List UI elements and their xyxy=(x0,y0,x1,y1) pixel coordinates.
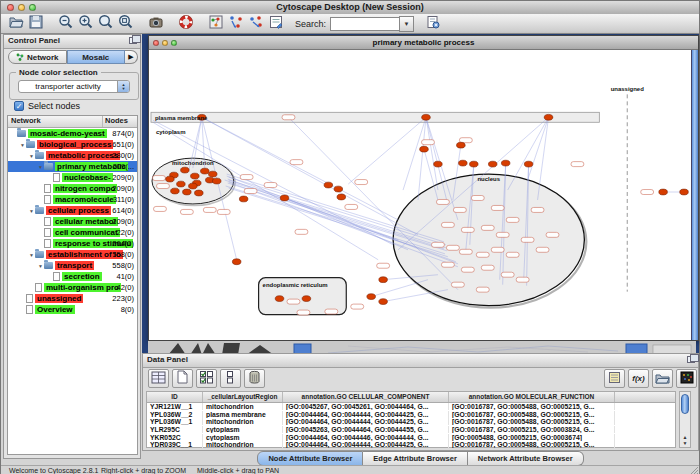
tree-row[interactable]: mosaic-demo-yeast874(0) xyxy=(8,128,137,139)
matrix-view-button[interactable] xyxy=(676,369,697,388)
tab-edge-attribute-browser[interactable]: Edge Attribute Browser xyxy=(363,451,467,466)
zoom-fit-button[interactable] xyxy=(117,15,135,32)
tree-row[interactable]: cellular metabol209(0) xyxy=(8,216,137,227)
expander-icon[interactable]: ▼ xyxy=(19,142,26,148)
table-row[interactable]: YDR039C__1mitochondrion[GO:0044464, GO:0… xyxy=(147,441,675,449)
function-builder-button[interactable]: f(x) xyxy=(628,369,649,388)
graph-node xyxy=(212,178,221,184)
tree-row[interactable]: ▼biological_process651(0) xyxy=(8,139,137,150)
select-attributes-button[interactable] xyxy=(196,369,217,388)
tree-row[interactable]: Overview8(0) xyxy=(8,304,137,315)
tree-row[interactable]: ▼establishment of lo558(0) xyxy=(8,249,137,260)
save-session-button[interactable] xyxy=(27,15,45,32)
scrollbar-arrows[interactable]: ▲▼ xyxy=(680,434,690,446)
background-window-strip[interactable] xyxy=(148,341,696,353)
column-header[interactable]: annotation.GO CELLULAR_COMPONENT xyxy=(283,392,449,402)
zoom-selected-button[interactable] xyxy=(97,15,115,32)
delete-attribute-button[interactable] xyxy=(244,369,265,388)
annotation-button[interactable] xyxy=(267,15,285,32)
molecular-function-cell: [GO:0005488, GO:0005215, GO:0003674] xyxy=(449,434,615,441)
attribute-editor-button[interactable] xyxy=(604,369,625,388)
tab-overflow-button[interactable]: ▶ xyxy=(125,50,138,64)
column-header[interactable]: annotation.GO MOLECULAR_FUNCTION xyxy=(449,392,615,402)
expander-icon[interactable]: ▼ xyxy=(28,252,35,258)
node-label xyxy=(471,195,484,200)
column-header[interactable]: _cellularLayoutRegion xyxy=(203,392,283,402)
resize-grip[interactable] xyxy=(690,467,698,474)
network-name: transport xyxy=(55,261,94,270)
network-vertical-scrollbar[interactable] xyxy=(691,50,698,340)
apply-layout-button[interactable] xyxy=(227,15,245,32)
network-graph[interactable]: plasma membranecytoplasmmitochondrionnuc… xyxy=(149,50,691,340)
expander-icon[interactable]: ▼ xyxy=(37,263,44,269)
color-attribute-dropdown[interactable]: transporter activity ▲▼ xyxy=(18,80,130,93)
attribute-table-button[interactable] xyxy=(148,369,169,388)
table-vertical-scrollbar[interactable]: ▲▼ xyxy=(679,391,691,448)
scrollbar-thumb[interactable] xyxy=(681,394,689,414)
attribute-browser-button[interactable] xyxy=(424,15,442,32)
tree-row[interactable]: secretion41(0) xyxy=(8,271,137,282)
float-panel-icon[interactable] xyxy=(687,356,695,363)
table-row[interactable]: YPL036W__1mitochondrion[GO:0044464, GO:0… xyxy=(147,418,675,426)
select-nodes-checkbox[interactable]: ✓ xyxy=(14,101,24,111)
tree-row[interactable]: unassigned223(0) xyxy=(8,293,137,304)
search-input[interactable] xyxy=(330,17,399,31)
node-count: 614(0) xyxy=(112,206,134,215)
expander-icon[interactable]: ▼ xyxy=(28,208,35,214)
tab-network-attribute-browser[interactable]: Network Attribute Browser xyxy=(468,451,584,466)
tree-column-nodes[interactable]: Nodes xyxy=(103,116,137,127)
graph-node xyxy=(201,168,210,174)
file-icon xyxy=(44,239,51,248)
tree-row[interactable]: ▼cellular process614(0) xyxy=(8,205,137,216)
float-panel-icon[interactable] xyxy=(129,37,137,44)
cellular-component-cell: [GO:0044464, GO:0044444, GO:0044425, G..… xyxy=(283,411,449,418)
network-overview-button[interactable] xyxy=(207,15,225,32)
expander-icon[interactable]: ▼ xyxy=(37,164,44,170)
tree-row[interactable]: ▼metabolic process280(0) xyxy=(8,150,137,161)
network-window-titlebar[interactable]: primary metabolic process xyxy=(149,36,698,50)
tab-mosaic[interactable]: Mosaic xyxy=(67,50,126,64)
search-dropdown-button[interactable]: ▼ xyxy=(399,16,414,32)
tree-row[interactable]: ▼primary metabolic209(... xyxy=(8,161,137,172)
tree-column-network[interactable]: Network xyxy=(8,116,103,127)
graph-node xyxy=(324,182,333,188)
snapshot-button[interactable] xyxy=(147,15,165,32)
table-row[interactable]: YLR295Ccytoplasm[GO:0045263, GO:0044464,… xyxy=(147,426,675,434)
tree-row[interactable]: nitrogen compo209(0) xyxy=(8,183,137,194)
tree-row[interactable]: ▼transport558(0) xyxy=(8,260,137,271)
node-label xyxy=(377,263,390,268)
unselect-attributes-button[interactable] xyxy=(220,369,241,388)
tab-node-attribute-browser[interactable]: Node Attribute Browser xyxy=(257,451,363,466)
tree-row[interactable]: nucleobase-209(0) xyxy=(8,172,137,183)
table-row[interactable]: YJR121W__1mitochondrion[GO:0045267, GO:0… xyxy=(147,403,675,411)
chevron-down-icon: ▼ xyxy=(404,21,410,27)
tree-row[interactable]: cell communicat22(0) xyxy=(8,227,137,238)
graph-node xyxy=(367,294,376,300)
search-box: Search: ▼ xyxy=(287,16,414,32)
network-canvas[interactable]: plasma membranecytoplasmmitochondrionnuc… xyxy=(149,50,691,340)
network-view-window[interactable]: primary metabolic process plasma membran… xyxy=(148,35,699,341)
tab-network[interactable]: Network xyxy=(8,50,67,64)
node-label xyxy=(641,190,654,195)
region-cell: cytoplasm xyxy=(203,434,283,441)
help-button[interactable] xyxy=(177,15,195,32)
import-attributes-button[interactable] xyxy=(652,369,673,388)
tree-row[interactable]: multi-organism pro42(0) xyxy=(8,282,137,293)
table-row[interactable]: YPL036W__2plasma membrane[GO:0044464, GO… xyxy=(147,411,675,419)
tree-row[interactable]: macromolecule311(0) xyxy=(8,194,137,205)
node-count: 874(0) xyxy=(112,129,134,138)
table-row[interactable]: YKR052Ccytoplasm[GO:0044464, GO:0044446,… xyxy=(147,433,675,441)
expander-icon[interactable]: ▼ xyxy=(28,153,35,159)
apply-layout-alt-button[interactable] xyxy=(247,15,265,32)
new-attribute-button[interactable] xyxy=(172,369,193,388)
graph-node xyxy=(379,299,388,305)
column-header[interactable]: ID xyxy=(147,392,203,402)
data-panel: Data Panel f(x) ID_cellularLayoutRegiona… xyxy=(142,353,699,451)
form-icon xyxy=(268,14,284,34)
open-session-button[interactable] xyxy=(7,15,25,32)
zoom-in-button[interactable] xyxy=(77,15,95,32)
region-cell: mitochondrion xyxy=(203,418,283,425)
tree-row[interactable]: response to stimulu264(0) xyxy=(8,238,137,249)
network-name: cell communicat xyxy=(53,228,120,237)
zoom-out-button[interactable] xyxy=(57,15,75,32)
